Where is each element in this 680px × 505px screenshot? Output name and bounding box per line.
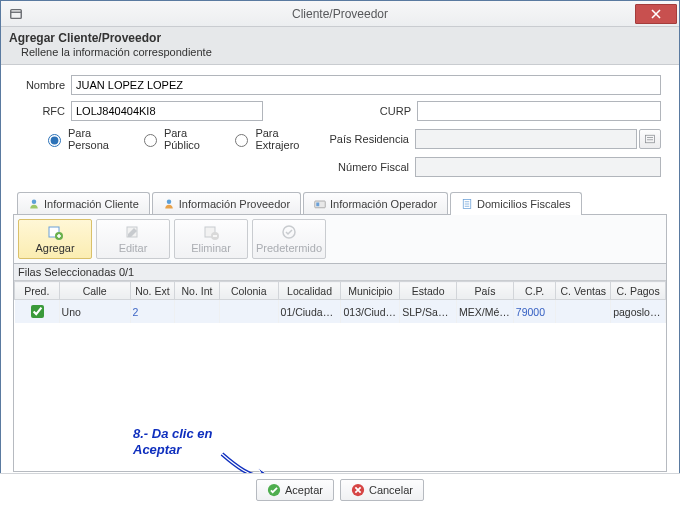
- col-municipio[interactable]: Municipio: [341, 282, 400, 300]
- check-icon: [281, 224, 297, 240]
- pred-checkbox[interactable]: [31, 305, 44, 318]
- eliminar-label: Eliminar: [191, 242, 231, 254]
- form: Nombre RFC CURP Para Persona Para Públic…: [1, 65, 679, 189]
- cell-colonia[interactable]: [219, 300, 278, 324]
- predeterminado-label: Predetermido: [256, 242, 322, 254]
- radio-extranjero[interactable]: Para Extrajero: [230, 127, 315, 151]
- cell-municipio[interactable]: 013/Ciud…: [341, 300, 400, 324]
- tab-strip: Información Cliente Información Proveedo…: [13, 191, 667, 215]
- cell-estado[interactable]: SLP/San L…: [400, 300, 457, 324]
- cancel-icon: [351, 483, 365, 497]
- cell-cventas[interactable]: [556, 300, 611, 324]
- tab-domicilios-fiscales[interactable]: Domicilios Fiscales: [450, 192, 582, 215]
- radio-extranjero-input[interactable]: [235, 134, 248, 147]
- agregar-label: Agregar: [35, 242, 74, 254]
- col-estado[interactable]: Estado: [400, 282, 457, 300]
- col-localidad[interactable]: Localidad: [278, 282, 341, 300]
- residencia-label: País Residencia: [315, 133, 415, 145]
- tab-info-cliente[interactable]: Información Cliente: [17, 192, 150, 214]
- edit-icon: [125, 224, 141, 240]
- radio-publico[interactable]: Para Público: [139, 127, 217, 151]
- svg-rect-0: [11, 9, 22, 18]
- lookup-icon: [644, 133, 656, 145]
- cell-cp[interactable]: 79000: [513, 300, 556, 324]
- radio-persona[interactable]: Para Persona: [43, 127, 125, 151]
- svg-point-3: [167, 199, 172, 204]
- card-icon: [314, 198, 326, 210]
- col-colonia[interactable]: Colonia: [219, 282, 278, 300]
- tipo-radio-group: Para Persona Para Público Para Extrajero: [43, 127, 315, 151]
- grid: Filas Seleccionadas 0/1 Pred. Calle No. …: [13, 264, 667, 472]
- editar-label: Editar: [119, 242, 148, 254]
- editar-button[interactable]: Editar: [96, 219, 170, 259]
- document-icon: [461, 198, 473, 210]
- titlebar: Cliente/Proveedor: [1, 1, 679, 27]
- col-cventas[interactable]: C. Ventas: [556, 282, 611, 300]
- aceptar-label: Aceptar: [285, 484, 323, 496]
- close-button[interactable]: [635, 4, 677, 24]
- radio-publico-label: Para Público: [164, 127, 217, 151]
- svg-rect-5: [316, 202, 319, 206]
- delete-icon: [203, 224, 219, 240]
- eliminar-button[interactable]: Eliminar: [174, 219, 248, 259]
- tab-info-proveedor[interactable]: Información Proveedor: [152, 192, 301, 214]
- cell-pais[interactable]: MEX/Méx…: [457, 300, 514, 324]
- tab-label: Información Cliente: [44, 198, 139, 210]
- radio-publico-input[interactable]: [144, 134, 157, 147]
- col-noint[interactable]: No. Int: [175, 282, 220, 300]
- grid-header: Pred. Calle No. Ext No. Int Colonia Loca…: [15, 282, 666, 300]
- add-icon: [47, 224, 63, 240]
- header-subtitle: Rellene la información correspondiente: [9, 45, 671, 58]
- cancelar-label: Cancelar: [369, 484, 413, 496]
- grid-table: Pred. Calle No. Ext No. Int Colonia Loca…: [14, 281, 666, 323]
- person-icon: [163, 198, 175, 210]
- cell-cpagos[interactable]: pagoslop…: [611, 300, 666, 324]
- col-calle[interactable]: Calle: [59, 282, 130, 300]
- col-pais[interactable]: País: [457, 282, 514, 300]
- radio-persona-input[interactable]: [48, 134, 61, 147]
- nombre-input[interactable]: [71, 75, 661, 95]
- window-title: Cliente/Proveedor: [1, 7, 679, 21]
- rfc-label: RFC: [19, 105, 71, 117]
- cell-noint[interactable]: [175, 300, 220, 324]
- cell-localidad[interactable]: 01/Ciuda…: [278, 300, 341, 324]
- fiscal-label: Número Fiscal: [315, 161, 415, 173]
- radio-extranjero-label: Para Extrajero: [255, 127, 315, 151]
- table-row[interactable]: Uno 2 01/Ciuda… 013/Ciud… SLP/San L… MEX…: [15, 300, 666, 324]
- curp-input[interactable]: [417, 101, 661, 121]
- curp-label: CURP: [317, 105, 417, 117]
- fiscal-input: [415, 157, 661, 177]
- rfc-input[interactable]: [71, 101, 263, 121]
- ok-icon: [267, 483, 281, 497]
- tab-info-operador[interactable]: Información Operador: [303, 192, 448, 214]
- agregar-button[interactable]: Agregar: [18, 219, 92, 259]
- header-strip: Agregar Cliente/Proveedor Rellene la inf…: [1, 27, 679, 65]
- person-icon: [28, 198, 40, 210]
- grid-body-empty[interactable]: [14, 323, 666, 471]
- header-title: Agregar Cliente/Proveedor: [9, 31, 671, 45]
- tab-label: Información Proveedor: [179, 198, 290, 210]
- cell-pred[interactable]: [15, 300, 60, 324]
- dialog-footer: Aceptar Cancelar: [0, 473, 680, 505]
- aceptar-button[interactable]: Aceptar: [256, 479, 334, 501]
- col-cp[interactable]: C.P.: [513, 282, 556, 300]
- nombre-label: Nombre: [19, 79, 71, 91]
- svg-rect-1: [646, 135, 655, 143]
- residencia-input: [415, 129, 637, 149]
- svg-point-2: [32, 199, 37, 204]
- cell-calle[interactable]: Uno: [59, 300, 130, 324]
- close-icon: [651, 9, 661, 19]
- col-cpagos[interactable]: C. Pagos: [611, 282, 666, 300]
- radio-persona-label: Para Persona: [68, 127, 125, 151]
- grid-status: Filas Seleccionadas 0/1: [14, 264, 666, 281]
- cell-noext[interactable]: 2: [130, 300, 175, 324]
- app-icon: [9, 7, 23, 21]
- toolbar: Agregar Editar Eliminar Predetermido: [13, 215, 667, 264]
- col-noext[interactable]: No. Ext: [130, 282, 175, 300]
- residencia-lookup-button[interactable]: [639, 129, 661, 149]
- cancelar-button[interactable]: Cancelar: [340, 479, 424, 501]
- predeterminado-button[interactable]: Predetermido: [252, 219, 326, 259]
- tab-label: Información Operador: [330, 198, 437, 210]
- tabs-container: Información Cliente Información Proveedo…: [1, 189, 679, 472]
- col-pred[interactable]: Pred.: [15, 282, 60, 300]
